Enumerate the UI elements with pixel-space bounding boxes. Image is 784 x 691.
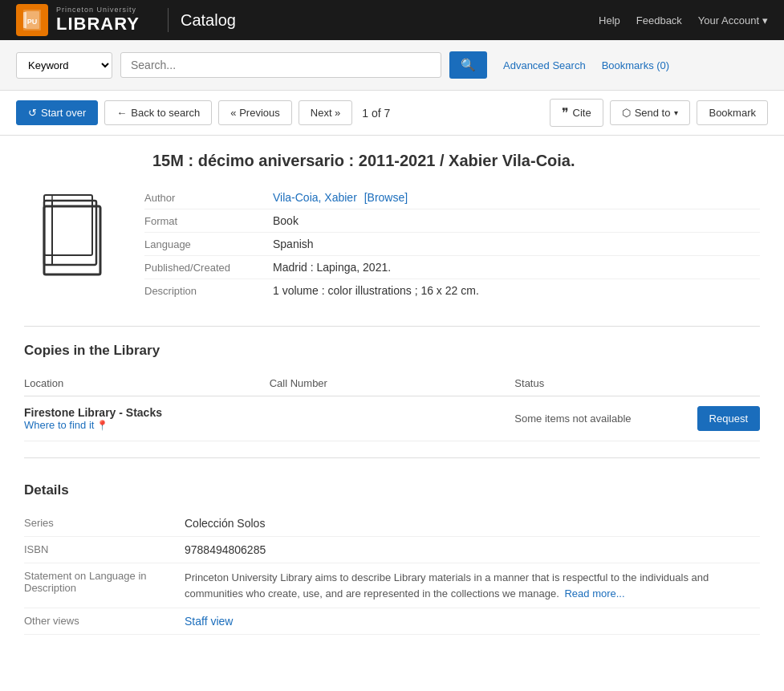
cite-button[interactable]: ❞ Cite xyxy=(550,99,603,127)
book-icon-container xyxy=(24,186,120,302)
isbn-value: 9788494806285 xyxy=(185,543,760,556)
request-button[interactable]: Request xyxy=(697,406,760,431)
account-label: Your Account xyxy=(698,14,759,26)
description-field-row: Description 1 volume : color illustratio… xyxy=(144,279,760,302)
search-bar: Keyword 🔍 Advanced Search Bookmarks (0) xyxy=(0,40,784,91)
record-body: Author Vila-Coia, Xabier [Browse] Format… xyxy=(24,186,760,302)
format-label: Format xyxy=(144,214,273,227)
description-label: Description xyxy=(144,284,273,297)
published-field-row: Published/Created Madrid : Lapinga, 2021… xyxy=(144,256,760,279)
previous-label: « Previous xyxy=(230,107,279,119)
section-divider-details xyxy=(24,457,760,458)
pagination-info: 1 of 7 xyxy=(362,107,390,120)
language-label: Language xyxy=(144,238,273,250)
staff-view-link[interactable]: Staff view xyxy=(185,615,233,628)
col-location-header: Location xyxy=(24,377,270,389)
chevron-down-icon: ▾ xyxy=(762,14,768,26)
svg-text:PU: PU xyxy=(27,18,38,26)
copies-table-header: Location Call Number Status xyxy=(24,371,760,396)
bookmark-label: Bookmark xyxy=(709,107,756,119)
advanced-search-link[interactable]: Advanced Search xyxy=(503,59,586,71)
map-pin-icon: 📍 xyxy=(96,420,108,431)
copy-location: Firestone Library - Stacks Where to find… xyxy=(24,406,270,431)
book-thumbnail-icon xyxy=(36,194,108,282)
col-status-header: Status xyxy=(514,377,760,389)
format-value: Book xyxy=(273,214,760,227)
other-views-label: Other views xyxy=(24,615,185,628)
author-browse[interactable]: [Browse] xyxy=(364,191,408,204)
next-label: Next » xyxy=(311,107,341,119)
statement-text-content: Princeton University Library aims to des… xyxy=(185,571,709,600)
author-link[interactable]: Vila-Coia, Xabier xyxy=(273,191,357,204)
copies-section-title: Copies in the Library xyxy=(24,343,760,359)
logo: PU Princeton University LIBRARY xyxy=(16,4,140,36)
author-value: Vila-Coia, Xabier [Browse] xyxy=(273,191,760,204)
next-button[interactable]: Next » xyxy=(299,100,353,125)
location-name: Firestone Library - Stacks xyxy=(24,406,270,419)
account-link[interactable]: Your Account ▾ xyxy=(698,14,768,26)
share-icon: ⬡ xyxy=(622,107,631,119)
main-content: 15M : décimo aniversario : 2011-2021 / X… xyxy=(0,136,784,651)
language-value: Spanish xyxy=(273,238,760,250)
header-nav: Help Feedback Your Account ▾ xyxy=(599,14,768,26)
record-fields: Author Vila-Coia, Xabier [Browse] Format… xyxy=(144,186,760,302)
other-views-detail-row: Other views Staff view xyxy=(24,608,760,635)
where-to-find-text: Where to find it xyxy=(24,419,94,431)
start-over-label: Start over xyxy=(41,107,86,119)
cite-label: Cite xyxy=(573,107,591,119)
bookmark-button[interactable]: Bookmark xyxy=(697,100,768,125)
language-field-row: Language Spanish xyxy=(144,233,760,256)
send-to-button[interactable]: ⬡ Send to ▾ xyxy=(610,100,691,125)
search-button[interactable]: 🔍 xyxy=(449,51,487,79)
series-value: Colección Solos xyxy=(185,517,760,530)
where-to-find-link[interactable]: Where to find it 📍 xyxy=(24,419,270,431)
status-text: Some items not available xyxy=(514,413,684,425)
catalog-title: Catalog xyxy=(181,11,236,30)
author-label: Author xyxy=(144,191,273,204)
description-value: 1 volume : color illustrations ; 16 x 22… xyxy=(273,284,760,297)
search-input[interactable] xyxy=(120,52,441,78)
read-more-link[interactable]: Read more... xyxy=(564,587,624,600)
other-views-value: Staff view xyxy=(185,615,760,628)
copies-table-row: Firestone Library - Stacks Where to find… xyxy=(24,396,760,441)
library-logo-icon: PU xyxy=(16,4,48,36)
search-type-select[interactable]: Keyword xyxy=(16,52,112,79)
record-title: 15M : décimo aniversario : 2011-2021 / X… xyxy=(24,152,760,170)
isbn-detail-row: ISBN 9788494806285 xyxy=(24,537,760,563)
site-header: PU Princeton University LIBRARY Catalog … xyxy=(0,0,784,40)
feedback-link[interactable]: Feedback xyxy=(636,14,682,26)
author-field-row: Author Vila-Coia, Xabier [Browse] xyxy=(144,186,760,209)
statement-value: Princeton University Library aims to des… xyxy=(185,570,760,601)
col-callnum-header: Call Number xyxy=(270,377,515,389)
previous-button[interactable]: « Previous xyxy=(218,100,291,125)
search-icon: 🔍 xyxy=(461,58,476,71)
svg-rect-2 xyxy=(23,12,26,28)
statement-label: Statement on Language in Description xyxy=(24,570,185,601)
section-divider-copies xyxy=(24,326,760,327)
logo-university: Princeton University xyxy=(56,6,140,14)
send-dropdown-arrow-icon: ▾ xyxy=(674,108,678,117)
copies-section: Copies in the Library Location Call Numb… xyxy=(24,343,760,441)
quote-icon: ❞ xyxy=(562,105,569,120)
send-to-label: Send to xyxy=(635,107,671,119)
statement-detail-row: Statement on Language in Description Pri… xyxy=(24,563,760,608)
bookmarks-link[interactable]: Bookmarks (0) xyxy=(602,59,670,71)
copy-status: Some items not available Request xyxy=(514,406,760,431)
details-section: Details Series Colección Solos ISBN 9788… xyxy=(24,482,760,635)
refresh-icon: ↺ xyxy=(28,107,37,119)
published-label: Published/Created xyxy=(144,261,273,274)
logo-library: LIBRARY xyxy=(56,14,140,35)
copies-table: Location Call Number Status Firestone Li… xyxy=(24,371,760,441)
start-over-button[interactable]: ↺ Start over xyxy=(16,100,98,125)
series-label: Series xyxy=(24,517,185,530)
header-divider xyxy=(168,8,169,32)
published-value: Madrid : Lapinga, 2021. xyxy=(273,261,760,274)
author-browse-link[interactable]: [Browse] xyxy=(364,191,408,204)
isbn-label: ISBN xyxy=(24,543,185,556)
series-detail-row: Series Colección Solos xyxy=(24,510,760,537)
back-to-search-button[interactable]: ← Back to search xyxy=(104,100,212,125)
format-field-row: Format Book xyxy=(144,209,760,233)
toolbar: ↺ Start over ← Back to search « Previous… xyxy=(0,91,784,136)
help-link[interactable]: Help xyxy=(599,14,620,26)
back-to-search-label: Back to search xyxy=(131,107,200,119)
